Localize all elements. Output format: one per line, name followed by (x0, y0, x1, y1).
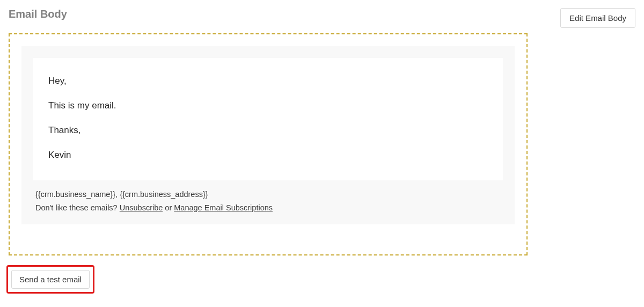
section-title: Email Body (9, 8, 67, 20)
unsubscribe-link[interactable]: Unsubscribe (120, 203, 163, 212)
email-thanks: Thanks, (48, 125, 488, 136)
manage-subscriptions-link[interactable]: Manage Email Subscriptions (174, 203, 273, 212)
email-preview-outer: Hey, This is my email. Thanks, Kevin {{c… (21, 46, 515, 224)
send-test-email-button[interactable]: Send a test email (11, 270, 90, 289)
email-content-card: Hey, This is my email. Thanks, Kevin (33, 58, 503, 180)
unsubscribe-middle-text: or (163, 203, 174, 212)
email-signature: Kevin (48, 149, 488, 161)
email-greeting: Hey, (48, 75, 488, 87)
unsubscribe-prefix-text: Don't like these emails? (35, 203, 120, 212)
email-footer: {{crm.business_name}}, {{crm.business_ad… (33, 180, 503, 214)
section-header: Email Body Edit Email Body (0, 0, 644, 28)
send-test-highlight: Send a test email (6, 265, 94, 294)
email-body-preview-region[interactable]: Hey, This is my email. Thanks, Kevin {{c… (9, 33, 528, 255)
email-footer-merge-tags: {{crm.business_name}}, {{crm.business_ad… (35, 188, 501, 201)
email-footer-unsubscribe: Don't like these emails? Unsubscribe or … (35, 201, 501, 215)
edit-email-body-button[interactable]: Edit Email Body (560, 8, 635, 28)
email-body-text: This is my email. (48, 100, 488, 112)
